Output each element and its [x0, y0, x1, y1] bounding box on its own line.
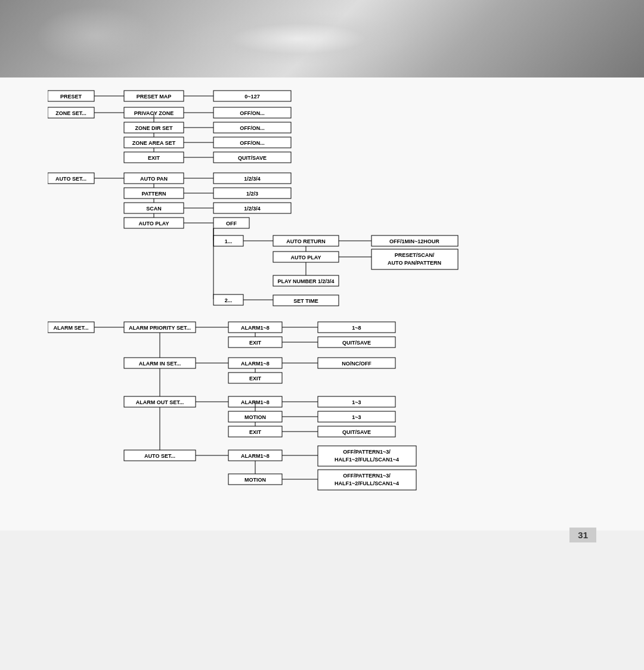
svg-text:EXIT: EXIT [249, 340, 262, 346]
svg-text:QUIT/SAVE: QUIT/SAVE [342, 429, 371, 435]
svg-text:AUTO SET...: AUTO SET... [144, 453, 175, 459]
svg-text:1/2/3: 1/2/3 [246, 191, 258, 197]
svg-text:SCAN: SCAN [146, 206, 162, 212]
svg-text:AUTO RETURN: AUTO RETURN [286, 238, 325, 244]
svg-text:2...: 2... [225, 297, 233, 303]
diagram: PRESET PRESET MAP 0~127 ZONE SET... PRIV… [48, 89, 596, 519]
svg-text:EXIT: EXIT [148, 155, 160, 161]
svg-text:1...: 1... [225, 238, 233, 244]
svg-text:OFF/ON...: OFF/ON... [240, 110, 265, 116]
svg-text:ALARM SET...: ALARM SET... [53, 325, 88, 331]
svg-text:OFF/ON...: OFF/ON... [240, 125, 265, 131]
svg-text:OFF: OFF [226, 221, 237, 227]
svg-text:EXIT: EXIT [249, 429, 262, 435]
svg-text:1~8: 1~8 [352, 325, 361, 331]
svg-text:OFF/ON...: OFF/ON... [240, 140, 265, 146]
svg-text:OFF/PATTERN1~3/: OFF/PATTERN1~3/ [343, 473, 391, 479]
svg-text:HALF1~2/FULL/SCAN1~4: HALF1~2/FULL/SCAN1~4 [335, 457, 399, 463]
svg-text:1~3: 1~3 [352, 414, 361, 420]
svg-text:ALARM1~8: ALARM1~8 [241, 325, 270, 331]
svg-text:MOTION: MOTION [244, 477, 266, 483]
svg-text:AUTO PAN/PATTERN: AUTO PAN/PATTERN [388, 260, 441, 266]
svg-text:QUIT/SAVE: QUIT/SAVE [238, 155, 267, 161]
svg-text:PATTERN: PATTERN [141, 191, 166, 197]
svg-text:NO/NC/OFF: NO/NC/OFF [342, 361, 371, 367]
svg-text:OFF/1MIN~12HOUR: OFF/1MIN~12HOUR [389, 238, 439, 244]
svg-text:HALF1~2/FULL/SCAN1~4: HALF1~2/FULL/SCAN1~4 [335, 480, 399, 486]
svg-text:1/2/3/4: 1/2/3/4 [244, 176, 261, 182]
svg-text:MOTION: MOTION [244, 414, 266, 420]
svg-text:AUTO PLAY: AUTO PLAY [290, 255, 321, 260]
svg-text:ALARM IN SET...: ALARM IN SET... [139, 361, 181, 367]
svg-text:PRESET MAP: PRESET MAP [137, 94, 172, 100]
svg-text:1/2/3/4: 1/2/3/4 [244, 206, 261, 212]
svg-text:ALARM OUT SET...: ALARM OUT SET... [136, 399, 184, 405]
svg-text:ZONE AREA SET: ZONE AREA SET [132, 140, 176, 146]
page-number: 31 [569, 528, 596, 542]
svg-text:AUTO PLAY: AUTO PLAY [138, 221, 169, 227]
svg-text:OFF/PATTERN1~3/: OFF/PATTERN1~3/ [343, 449, 391, 455]
svg-text:ALARM1~8: ALARM1~8 [241, 361, 270, 367]
svg-text:AUTO SET...: AUTO SET... [55, 176, 86, 182]
svg-text:ZONE SET...: ZONE SET... [55, 110, 86, 116]
svg-text:PLAY NUMBER 1/2/3/4: PLAY NUMBER 1/2/3/4 [277, 278, 334, 284]
content-area: PRESET PRESET MAP 0~127 ZONE SET... PRIV… [0, 77, 644, 531]
svg-text:QUIT/SAVE: QUIT/SAVE [342, 340, 371, 346]
svg-text:SET TIME: SET TIME [293, 298, 318, 304]
svg-text:EXIT: EXIT [249, 376, 262, 381]
svg-text:ZONE DIR SET: ZONE DIR SET [135, 125, 173, 131]
svg-text:0~127: 0~127 [244, 94, 259, 100]
svg-text:PRESET: PRESET [60, 94, 82, 100]
svg-text:AUTO PAN: AUTO PAN [140, 176, 168, 182]
diagram-svg: PRESET PRESET MAP 0~127 ZONE SET... PRIV… [48, 89, 596, 519]
svg-text:1~3: 1~3 [352, 399, 361, 405]
svg-text:ALARM PRIORITY SET...: ALARM PRIORITY SET... [129, 325, 191, 331]
header-image [0, 0, 644, 77]
svg-text:PRESET/SCAN/: PRESET/SCAN/ [395, 252, 435, 258]
svg-text:ALARM1~8: ALARM1~8 [241, 453, 270, 459]
